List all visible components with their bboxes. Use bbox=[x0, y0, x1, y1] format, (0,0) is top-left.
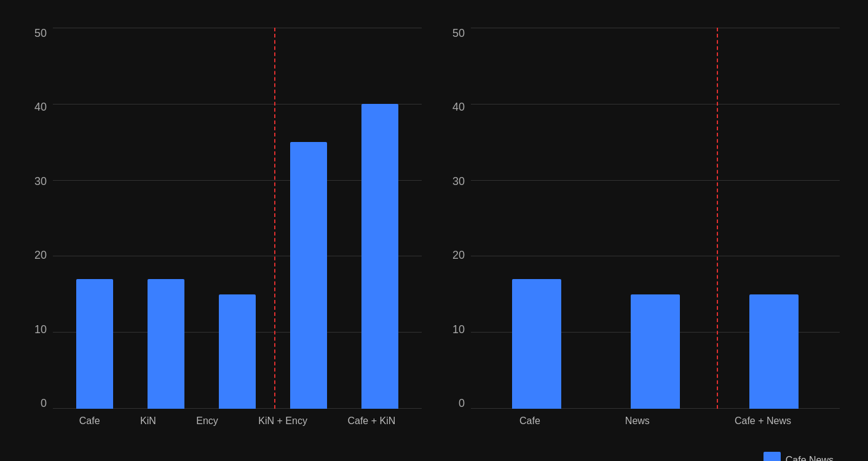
y2-label-10: 10 bbox=[452, 324, 465, 335]
chart-2-dashed-line bbox=[717, 28, 718, 409]
y2-label-40: 40 bbox=[452, 101, 465, 112]
chart-2-x-labels: CafeNewsCafe + News bbox=[471, 409, 840, 433]
bar-cafe bbox=[76, 279, 113, 409]
chart-1-inner: 50 40 30 20 10 0 bbox=[28, 28, 422, 433]
y2-label-0: 0 bbox=[459, 398, 465, 409]
chart-1-area: CafeKiNEncyKiN + EncyCafe + KiN bbox=[53, 28, 422, 433]
x-label-news: News bbox=[625, 416, 650, 427]
chart-1-y-axis: 50 40 30 20 10 0 bbox=[28, 28, 53, 433]
chart-2-y-axis: 50 40 30 20 10 0 bbox=[446, 28, 471, 433]
chart-1-x-labels: CafeKiNEncyKiN + EncyCafe + KiN bbox=[53, 409, 422, 433]
bar-kin bbox=[148, 279, 184, 409]
bar-cafe bbox=[512, 279, 561, 409]
x-label-cafe-+-kin: Cafe + KiN bbox=[347, 416, 395, 427]
y2-label-50: 50 bbox=[452, 28, 465, 39]
bar-cafe-+-news bbox=[749, 294, 799, 409]
chart-2-area: CafeNewsCafe + News Cafe News News bbox=[471, 28, 840, 433]
chart-2-inner: 50 40 30 20 10 0 bbox=[446, 28, 840, 433]
chart-2: 50 40 30 20 10 0 bbox=[446, 28, 840, 433]
chart-1-bars bbox=[53, 28, 422, 409]
x-label-cafe: Cafe bbox=[79, 416, 100, 427]
x-label-ency: Ency bbox=[196, 416, 218, 427]
chart-1-dashed-line bbox=[274, 28, 275, 409]
charts-container: 50 40 30 20 10 0 bbox=[10, 15, 858, 446]
legend-cafe-news-label: Cafe News bbox=[786, 455, 834, 461]
x-label-kin-+-ency: KiN + Ency bbox=[258, 416, 307, 427]
legend-cafe-news-icon bbox=[763, 452, 781, 461]
chart-1: 50 40 30 20 10 0 bbox=[28, 28, 422, 433]
y-label-0: 0 bbox=[41, 398, 47, 409]
bar-cafe-+-kin bbox=[361, 104, 398, 409]
y-label-50: 50 bbox=[34, 28, 47, 39]
x-label-kin: KiN bbox=[140, 416, 156, 427]
y-label-40: 40 bbox=[34, 101, 47, 112]
x-label-cafe-+-news: Cafe + News bbox=[735, 416, 791, 427]
y-label-20: 20 bbox=[34, 250, 47, 261]
y2-label-30: 30 bbox=[452, 176, 465, 187]
chart-2-bars bbox=[471, 28, 840, 409]
chart-2-legend: Cafe News News bbox=[763, 452, 834, 461]
bar-kin-+-ency bbox=[290, 142, 327, 409]
y-label-10: 10 bbox=[34, 324, 47, 335]
bar-news bbox=[631, 294, 680, 409]
x-label-cafe: Cafe bbox=[519, 416, 540, 427]
y2-label-20: 20 bbox=[452, 250, 465, 261]
bar-ency bbox=[219, 294, 256, 409]
y-label-30: 30 bbox=[34, 176, 47, 187]
